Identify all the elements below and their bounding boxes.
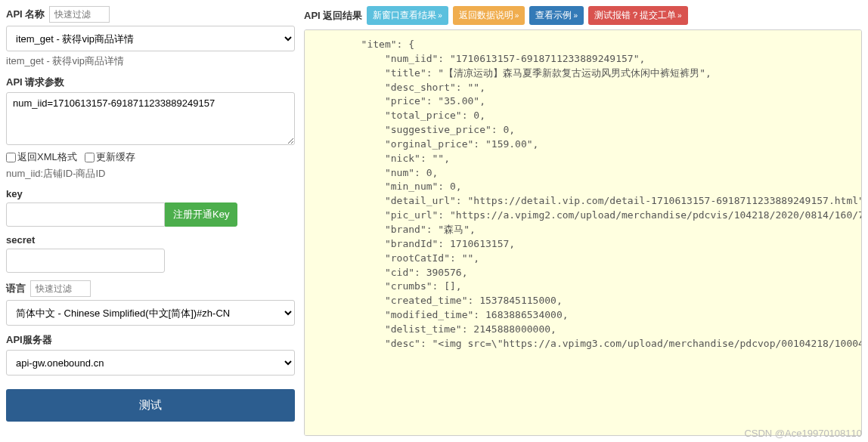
cache-checkbox-label[interactable]: 更新缓存 (85, 150, 135, 164)
api-name-label: API 名称 (6, 8, 45, 21)
xml-checkbox[interactable] (6, 153, 16, 162)
request-params-textarea[interactable]: num_iid=1710613157-6918711233889249157 (6, 92, 295, 145)
example-button[interactable]: 查看示例» (529, 6, 584, 25)
key-group: key 注册开通Key (6, 188, 295, 227)
arrow-icon: » (677, 11, 682, 20)
api-server-label: API服务器 (6, 333, 52, 347)
key-input[interactable] (6, 202, 165, 227)
language-filter-input[interactable] (30, 280, 91, 297)
new-window-button[interactable]: 新窗口查看结果» (367, 6, 448, 25)
api-name-group: API 名称 item_get - 获得vip商品详情 item_get - 获… (6, 6, 295, 68)
request-params-note: num_iid:店铺ID-商品ID (6, 167, 295, 181)
result-box[interactable]: "item": { "num_iid": "1710613157-6918711… (304, 29, 862, 436)
key-label: key (6, 188, 23, 199)
api-server-select[interactable]: api-gw.onebound.cn (6, 350, 295, 376)
arrow-icon: » (438, 11, 442, 20)
register-key-button[interactable]: 注册开通Key (165, 202, 237, 227)
secret-group: secret (6, 234, 295, 273)
secret-input[interactable] (6, 249, 165, 273)
right-panel: API 返回结果 新窗口查看结果» 返回数据说明» 查看示例» 测试报错？提交工… (304, 6, 862, 436)
language-group: 语言 简体中文 - Chinese Simplified(中文[简体])#zh-… (6, 280, 295, 326)
result-title: API 返回结果 (304, 9, 362, 23)
cache-checkbox[interactable] (85, 153, 95, 162)
report-button[interactable]: 测试报错？提交工单» (588, 6, 688, 25)
xml-checkbox-label[interactable]: 返回XML格式 (6, 150, 77, 164)
test-button[interactable]: 测试 (6, 389, 295, 422)
watermark: CSDN @Ace19970108110 (744, 428, 862, 439)
left-panel: API 名称 item_get - 获得vip商品详情 item_get - 获… (6, 6, 295, 436)
arrow-icon: » (515, 11, 519, 20)
api-name-filter-input[interactable] (49, 6, 110, 23)
arrow-icon: » (573, 11, 578, 20)
api-server-group: API服务器 api-gw.onebound.cn (6, 333, 295, 376)
language-select[interactable]: 简体中文 - Chinese Simplified(中文[简体])#zh-CN (6, 300, 295, 326)
api-name-helper: item_get - 获得vip商品详情 (6, 54, 295, 68)
result-header: API 返回结果 新窗口查看结果» 返回数据说明» 查看示例» 测试报错？提交工… (304, 6, 862, 25)
language-label: 语言 (6, 282, 26, 295)
secret-label: secret (6, 234, 35, 246)
api-name-select[interactable]: item_get - 获得vip商品详情 (6, 26, 295, 51)
request-params-label: API 请求参数 (6, 76, 64, 89)
request-params-group: API 请求参数 num_iid=1710613157-691871123388… (6, 76, 295, 181)
explain-button[interactable]: 返回数据说明» (453, 6, 525, 25)
